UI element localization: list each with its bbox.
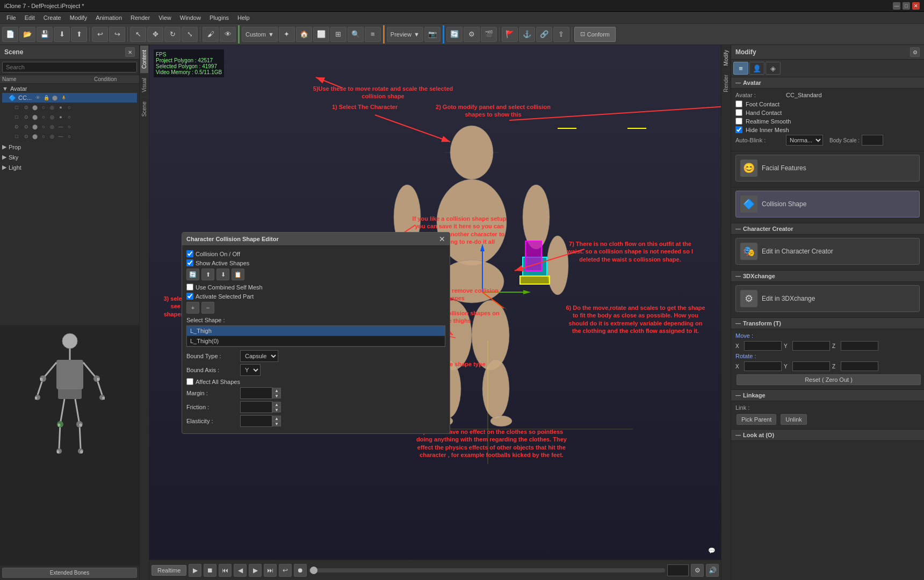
move-z-input[interactable]: 0.0: [841, 341, 878, 351]
sky-group-header[interactable]: ▶ Sky: [2, 153, 137, 162]
sub-row-3[interactable]: ⊙ ⊙⬤○◎—○: [2, 122, 137, 132]
shape-item-1[interactable]: L_Thigh(0): [187, 336, 445, 346]
threedxchange-header[interactable]: — 3DXchange: [731, 271, 924, 282]
shape-item-0[interactable]: L_Thigh: [187, 326, 445, 336]
pick-parent-button[interactable]: Pick Parent: [737, 414, 776, 425]
export-button[interactable]: ⬆: [71, 27, 87, 42]
person-icon[interactable]: 🧍: [60, 94, 67, 102]
menu-plugins[interactable]: Plugins: [205, 13, 233, 22]
next-button[interactable]: ⏭: [264, 564, 277, 577]
elasticity-down[interactable]: ▼: [272, 421, 281, 426]
frame-input[interactable]: 1: [667, 564, 689, 576]
facial-features-button[interactable]: 😊 Facial Features: [735, 155, 920, 182]
flag-button[interactable]: 🚩: [502, 27, 518, 42]
eye-tool[interactable]: 👁: [220, 27, 236, 42]
play-button[interactable]: ▶: [189, 564, 201, 577]
move-x-input[interactable]: 0.000: [744, 341, 782, 351]
save-button[interactable]: 💾: [37, 27, 53, 42]
menu-modify[interactable]: Modify: [66, 13, 91, 22]
menu-edit[interactable]: Edit: [20, 13, 39, 22]
undo-button[interactable]: ↩: [92, 27, 108, 42]
menu-animation[interactable]: Animation: [91, 13, 126, 22]
modify-tab[interactable]: Modify: [722, 45, 730, 70]
avatar-group-header[interactable]: ▼ Avatar: [2, 84, 137, 93]
custom-dropdown[interactable]: Custom ▼: [242, 27, 278, 42]
eye-icon[interactable]: 👁: [34, 94, 41, 102]
back-button[interactable]: ◀: [234, 564, 247, 577]
bound-type-select[interactable]: Capsule Box Sphere: [240, 350, 278, 362]
menu-file[interactable]: File: [2, 13, 20, 22]
link-button[interactable]: 🔗: [536, 27, 552, 42]
open-button[interactable]: 📂: [19, 27, 35, 42]
move-y-input[interactable]: 0.000: [792, 341, 830, 351]
render-tab-side[interactable]: Render: [722, 70, 730, 97]
foot-contact-checkbox[interactable]: [735, 100, 742, 107]
prev-button[interactable]: ⏮: [219, 564, 232, 577]
ccs-load-btn[interactable]: ⬇: [216, 269, 229, 280]
remove-shape-btn[interactable]: −: [201, 302, 214, 314]
snap-button[interactable]: 🔍: [348, 27, 364, 42]
body-scale-input[interactable]: 1: [862, 135, 883, 146]
sub-row-2[interactable]: □ ⊙⬤○◎●○: [2, 112, 137, 122]
select-tool[interactable]: ↖: [130, 27, 146, 42]
render-button[interactable]: 🎬: [481, 27, 497, 42]
tab-properties[interactable]: ≡: [733, 62, 748, 75]
stop-button[interactable]: ⏹: [204, 564, 216, 577]
settings-button[interactable]: ⚙: [464, 27, 480, 42]
elasticity-input[interactable]: 50.00: [240, 415, 272, 427]
use-combined-checkbox[interactable]: [186, 284, 193, 291]
transform-header[interactable]: — Transform (T): [731, 318, 924, 329]
grid-button[interactable]: ⊞: [330, 27, 346, 42]
realtime-smooth-checkbox[interactable]: [735, 118, 742, 125]
add-shape-btn[interactable]: +: [186, 302, 199, 314]
ccs-refresh-btn[interactable]: 🔄: [186, 269, 199, 280]
menu-help[interactable]: Help: [233, 13, 254, 22]
elasticity-up[interactable]: ▲: [272, 416, 281, 421]
close-button[interactable]: ✕: [912, 2, 920, 10]
friction-up[interactable]: ▲: [272, 402, 281, 407]
margin-up[interactable]: ▲: [272, 388, 281, 393]
preview-dropdown[interactable]: Preview ▼: [387, 27, 423, 42]
collision-shape-button[interactable]: 🔷 Collision Shape: [735, 191, 920, 218]
camera-button[interactable]: 🏠: [296, 27, 312, 42]
rotate-z-input[interactable]: 0.0: [841, 361, 878, 371]
menu-window[interactable]: Window: [176, 13, 205, 22]
affect-all-checkbox[interactable]: [186, 378, 193, 385]
settings-tl-btn[interactable]: ⚙: [691, 564, 704, 577]
record-button[interactable]: ⏺: [294, 564, 307, 577]
scene-close-button[interactable]: ✕: [125, 47, 135, 57]
visual-tab[interactable]: Visual: [140, 73, 148, 97]
activate-selected-checkbox[interactable]: [186, 293, 193, 300]
reset-button[interactable]: Reset ( Zero Out ): [737, 374, 921, 385]
avatar-section-header[interactable]: — Avatar: [731, 77, 924, 89]
light-group-header[interactable]: ▶ Light: [2, 163, 137, 172]
sub-row-4[interactable]: □ ⊙⬤○◎—○: [2, 132, 137, 141]
edit-in-3dx-button[interactable]: ⚙ Edit in 3DXchange: [735, 285, 920, 312]
loop-button[interactable]: ↩: [279, 564, 292, 577]
chat-icon[interactable]: 💬: [708, 547, 716, 554]
friction-down[interactable]: ▼: [272, 407, 281, 412]
realtime-button[interactable]: Realtime: [151, 565, 186, 576]
hide-inner-mesh-checkbox[interactable]: [735, 126, 742, 133]
margin-down[interactable]: ▼: [272, 393, 281, 398]
maximize-button[interactable]: □: [903, 2, 910, 10]
anchor-button[interactable]: ⚓: [519, 27, 535, 42]
ccs-copy-btn[interactable]: 📋: [232, 269, 244, 280]
forward-button[interactable]: ▶: [249, 564, 262, 577]
content-tab[interactable]: Content: [140, 45, 148, 73]
scene-tab[interactable]: Scene: [140, 97, 148, 121]
prop-group-header[interactable]: ▶ Prop: [2, 142, 137, 151]
audio-btn[interactable]: 🔊: [706, 564, 719, 577]
minimize-button[interactable]: —: [893, 2, 900, 10]
rotate-y-input[interactable]: 0.000: [792, 361, 830, 371]
ccs-header[interactable]: Character Collision Shape Editor ✕: [182, 233, 450, 246]
scale-tool[interactable]: ⤡: [182, 27, 198, 42]
new-button[interactable]: 📄: [2, 27, 18, 42]
align-button[interactable]: ≡: [365, 27, 381, 42]
search-input[interactable]: [2, 62, 137, 73]
friction-input[interactable]: 5.00: [240, 401, 272, 413]
extended-bones-button[interactable]: Extended Bones: [2, 568, 137, 578]
edit-in-cc-button[interactable]: 🎭 Edit in Character Creator: [735, 238, 920, 265]
light-button[interactable]: ✦: [279, 27, 295, 42]
timeline-handle[interactable]: [310, 567, 317, 574]
